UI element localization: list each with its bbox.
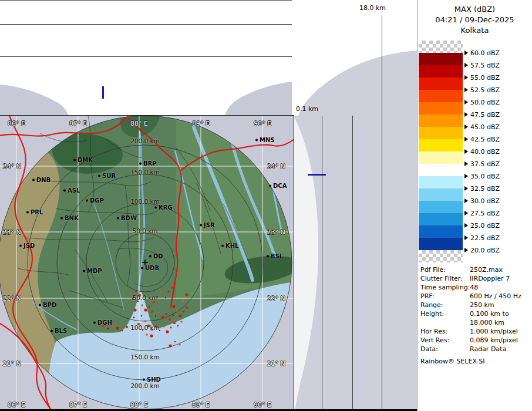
radar-echo bbox=[173, 315, 174, 316]
radar-echo bbox=[142, 329, 143, 331]
radar-echo bbox=[172, 305, 175, 308]
radar-echo bbox=[176, 309, 178, 312]
legend-label: 45.0 dBZ bbox=[464, 122, 500, 132]
radar-echo bbox=[137, 323, 140, 325]
radar-echo bbox=[186, 306, 188, 309]
legend-tick-arrow-icon bbox=[464, 211, 468, 215]
radar-echo bbox=[169, 318, 171, 321]
legend-label: 25.0 dBZ bbox=[464, 221, 500, 230]
radar-echo bbox=[174, 341, 176, 342]
radar-echo bbox=[146, 333, 148, 336]
radar-echo bbox=[141, 315, 142, 316]
product-info: Pdf File:250Z.maxClutter Filter:IIRDoppl… bbox=[420, 265, 531, 353]
radar-echo bbox=[133, 317, 135, 319]
height-axis-min-label: 0.1 km bbox=[296, 105, 318, 113]
radar-echo bbox=[122, 330, 123, 332]
top-panel-out-of-range-shading bbox=[0, 1, 292, 116]
software-credit: Rainbow® SELEX-SI bbox=[420, 358, 485, 365]
legend-label: 30.0 dBZ bbox=[464, 196, 500, 206]
radar-echo bbox=[158, 311, 160, 314]
info-row: Clutter Filter:IIRDoppler 7 bbox=[420, 274, 531, 283]
legend-tick-arrow-icon bbox=[464, 248, 468, 252]
radar-echo bbox=[183, 311, 185, 313]
side-panel-shading bbox=[294, 0, 417, 411]
legend-label: 60.0 dBZ bbox=[464, 48, 500, 58]
legend-label: 20.0 dBZ bbox=[464, 245, 500, 255]
radar-echo bbox=[180, 321, 183, 323]
legend-label: 52.5 dBZ bbox=[464, 85, 500, 95]
radar-display: 18.0 km 0.1 km bbox=[0, 0, 532, 411]
radar-echo bbox=[155, 325, 157, 327]
legend-label: 32.5 dBZ bbox=[464, 184, 500, 193]
radar-echo bbox=[144, 320, 146, 322]
radar-echo bbox=[161, 316, 164, 319]
legend-tick-arrow-icon bbox=[464, 186, 468, 191]
radar-echo bbox=[132, 298, 134, 300]
info-row: Pdf File:250Z.max bbox=[420, 265, 531, 274]
radar-echo bbox=[126, 326, 128, 328]
info-row: Vert Res:0.089 km/pixel bbox=[420, 336, 531, 345]
info-row: Range:250 km bbox=[420, 301, 531, 309]
radar-echo bbox=[173, 322, 176, 324]
legend-label: 37.5 dBZ bbox=[464, 159, 500, 169]
legend-label: 42.5 dBZ bbox=[464, 134, 500, 144]
radar-echo bbox=[185, 293, 188, 296]
height-gridline bbox=[0, 56, 292, 57]
radar-echo bbox=[102, 325, 105, 327]
legend-label: 40.0 dBZ bbox=[464, 147, 500, 156]
info-row: Time sampling:48 bbox=[420, 283, 531, 292]
radar-echo bbox=[157, 296, 158, 297]
radar-echo bbox=[171, 287, 173, 289]
radar-echo bbox=[98, 322, 100, 324]
radar-echo bbox=[166, 314, 167, 315]
legend-tick-arrow-icon bbox=[464, 235, 468, 240]
legend-tick-arrow-icon bbox=[464, 50, 468, 55]
radar-echo bbox=[168, 291, 170, 293]
radar-echo bbox=[166, 330, 169, 333]
height-gridline bbox=[352, 116, 353, 409]
legend-tick-arrow-icon bbox=[464, 100, 468, 105]
radar-echo bbox=[137, 301, 139, 302]
height-gridline bbox=[382, 15, 382, 409]
legend-tick-arrow-icon bbox=[464, 137, 468, 142]
legend-label: 55.0 dBZ bbox=[464, 73, 500, 82]
radar-echo bbox=[112, 324, 114, 326]
radar-echo bbox=[179, 314, 181, 317]
top-height-cross-section-panel bbox=[0, 0, 292, 116]
legend-tick-arrow-icon bbox=[464, 87, 468, 92]
legend-label: 27.5 dBZ bbox=[464, 208, 500, 218]
radar-echo bbox=[179, 343, 181, 346]
cross-section-marker bbox=[102, 86, 104, 99]
radar-echo bbox=[169, 344, 171, 347]
legend-tick-arrow-icon bbox=[464, 63, 468, 68]
radar-echo bbox=[141, 304, 143, 306]
radar-echo bbox=[147, 324, 150, 327]
legend-label: 22.5 dBZ bbox=[464, 233, 500, 242]
radar-echo bbox=[163, 325, 165, 328]
radar-echo bbox=[177, 325, 179, 326]
map-canvas bbox=[0, 116, 294, 411]
info-row: PRF:600 Hz / 450 Hz bbox=[420, 292, 531, 301]
radar-echo bbox=[159, 330, 160, 331]
radar-echo bbox=[165, 297, 166, 298]
info-row: Hor Res:1.000 km/pixel bbox=[420, 327, 531, 336]
legend-tick-arrow-icon bbox=[464, 112, 468, 117]
height-gridline bbox=[322, 116, 322, 409]
info-row: Height:0.100 km to 18.000 km bbox=[420, 309, 531, 327]
legend-tick-arrow-icon bbox=[464, 174, 468, 178]
height-axis-max-label: 18.0 km bbox=[359, 4, 386, 12]
radar-echo bbox=[182, 299, 184, 302]
radar-echo bbox=[155, 315, 156, 316]
legend-tick-arrow-icon bbox=[464, 75, 468, 80]
side-height-cross-section-panel: 18.0 km 0.1 km bbox=[294, 0, 417, 411]
legend-tick-arrow-icon bbox=[464, 198, 468, 203]
legend-tick-arrow-icon bbox=[464, 161, 468, 166]
legend-tick-arrow-icon bbox=[464, 124, 468, 129]
radar-echo bbox=[116, 326, 119, 329]
radar-echo bbox=[107, 328, 109, 329]
info-row: Data:Radar Data bbox=[420, 345, 531, 353]
radar-echo bbox=[136, 291, 137, 292]
legend-label: 47.5 dBZ bbox=[464, 110, 500, 119]
radar-echo bbox=[139, 294, 141, 297]
radar-echo bbox=[151, 329, 153, 331]
